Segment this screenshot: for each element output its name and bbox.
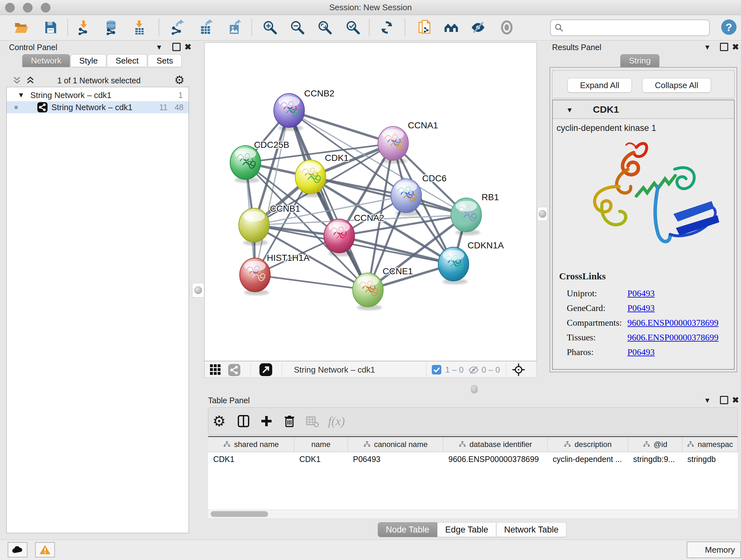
network-node-CDC25B[interactable] [230,145,261,183]
crosslink-value-link[interactable]: 9606.ENSP00000378699 [627,318,718,328]
expand-all-button[interactable]: Expand All [567,78,632,92]
collection-expander-icon[interactable]: ▼ [17,89,24,101]
table-panel-float-icon[interactable] [720,396,728,404]
tab-string[interactable]: String [620,54,659,67]
network-node-RB1[interactable] [451,198,482,235]
memory-button[interactable]: Memory [687,542,741,558]
column-header-description[interactable]: description [548,437,628,452]
column-header-canonical-name[interactable]: canonical name [348,437,443,452]
control-panel-close-icon[interactable]: ✖ [185,43,192,51]
crosslink-value-link[interactable]: P06493 [627,288,655,299]
birds-eye-crosshair-icon[interactable] [512,363,526,378]
search-input[interactable] [563,21,709,35]
tab-edge-table[interactable]: Edge Table [437,522,496,537]
table-horizontal-scrollbar[interactable] [208,509,738,518]
network-canvas[interactable]: CCNB2CCNA1CDC25BCDK1CDC6RB1CCNB1CCNA2CDK… [204,43,537,361]
crosslink-value-link[interactable]: 9606.ENSP00000378699 [627,332,718,343]
crosslink-value-link[interactable]: P06493 [627,303,655,313]
column-header-namespac[interactable]: namespac [682,437,738,452]
tab-network[interactable]: Network [22,54,70,67]
show-eye-icon[interactable] [499,20,515,35]
network-edge-HIST1H1A-CCNE1[interactable] [255,275,368,290]
expand-all-tree-icon[interactable] [25,75,35,86]
table-row[interactable]: CDK1CDK1P064939606.ENSP00000378699cyclin… [208,452,738,466]
network-edge-CCNB2-CCNA1[interactable] [289,111,393,143]
export-image-icon[interactable] [227,20,243,35]
results-panel-menu-icon[interactable]: ▾ [705,43,710,51]
network-node-CCNB1[interactable] [239,208,269,246]
column-header--id[interactable]: @id [628,437,682,452]
hide-selected-icon[interactable] [470,20,486,35]
zoom-selected-icon[interactable] [345,20,360,35]
zoom-out-icon[interactable] [290,20,305,35]
help-button[interactable]: ? [721,19,737,35]
table-cell[interactable]: 9606.ENSP00000378699 [443,452,548,466]
export-table-icon[interactable] [199,20,214,35]
delete-column-icon[interactable] [282,414,297,428]
network-node-HIST1H1A[interactable] [240,258,270,295]
clone-network-icon[interactable] [417,20,432,35]
save-session-icon[interactable] [43,20,58,35]
collapse-all-tree-icon[interactable] [12,75,22,86]
node-label-CDKN1A: CDKN1A [468,240,504,250]
gene-card-header[interactable]: ▼ CDK1 [553,100,734,119]
control-panel-float-icon[interactable] [172,43,181,51]
network-node-CDKN1A[interactable] [438,247,469,285]
column-network-icon [363,441,371,448]
table-panel-menu-icon[interactable]: ▾ [705,396,710,404]
table-cell[interactable]: cyclin-dependent ... [548,452,628,466]
network-node-CCNB2[interactable] [274,94,305,131]
network-edge-CCNB2-CCNE1[interactable] [289,111,368,290]
warning-status-button[interactable] [35,542,55,557]
share-network-icon[interactable] [228,364,240,377]
column-header-name[interactable]: name [294,437,348,452]
table-cell[interactable]: stringdb:9... [628,452,682,466]
grid-view-icon[interactable] [210,364,221,377]
tab-select[interactable]: Select [107,54,147,67]
import-network-database-icon[interactable] [104,20,119,35]
table-cell[interactable]: CDK1 [294,452,348,466]
tab-node-table[interactable]: Node Table [378,522,437,537]
export-network-icon[interactable] [170,20,185,35]
hidden-eye-icon[interactable] [468,365,479,377]
control-panel-menu-icon[interactable]: ▾ [157,43,161,51]
collapse-all-button[interactable]: Collapse All [642,78,711,92]
search-field[interactable] [550,19,710,36]
show-columns-icon[interactable] [236,414,251,428]
refresh-layout-icon[interactable] [379,20,394,35]
table-cell[interactable]: P06493 [348,452,443,466]
tab-style[interactable]: Style [71,54,106,67]
network-collection-row[interactable]: ▼ String Network – cdk1 1 [7,89,189,101]
column-header-database-identifier[interactable]: database identifier [443,437,548,452]
add-column-icon[interactable] [259,414,274,428]
network-row-selected[interactable]: String Network – cdk1 11 48 [7,101,189,113]
import-network-file-icon[interactable] [76,20,91,35]
open-in-window-icon[interactable] [259,363,272,377]
right-splitter-handle[interactable] [537,207,548,221]
scrollbar-thumb[interactable] [211,511,268,517]
tab-network-table[interactable]: Network Table [496,522,567,537]
cloud-status-button[interactable] [8,542,27,557]
table-cell[interactable]: stringdb [682,452,738,466]
left-splitter-handle[interactable] [192,283,204,298]
results-panel-close-icon[interactable]: ✖ [732,43,739,51]
network-node-CCNE1[interactable] [353,273,383,310]
import-table-file-icon[interactable] [131,20,147,35]
crosslink-value-link[interactable]: P06493 [627,347,655,357]
table-cell[interactable]: CDK1 [208,452,294,466]
table-panel-close-icon[interactable]: ✖ [732,396,739,404]
open-session-icon[interactable] [13,20,29,35]
network-options-gear-icon[interactable]: ⚙ [174,73,185,86]
tab-sets[interactable]: Sets [148,54,182,67]
zoom-fit-icon[interactable] [317,20,333,35]
network-node-CCNA1[interactable] [378,126,408,164]
gene-card-expander-icon[interactable]: ▼ [566,106,573,114]
selected-checkbox-icon[interactable] [432,365,441,374]
zoom-in-icon[interactable] [262,20,278,35]
network-graph[interactable]: CCNB2CCNA1CDC25BCDK1CDC6RB1CCNB1CCNA2CDK… [205,43,536,361]
show-all-networks-icon[interactable] [444,20,459,35]
table-settings-gear-icon[interactable]: ⚙ [212,414,227,428]
results-panel-float-icon[interactable] [720,43,728,51]
horizontal-splitter-handle[interactable] [471,385,478,393]
column-header-shared-name[interactable]: shared name [208,437,294,452]
